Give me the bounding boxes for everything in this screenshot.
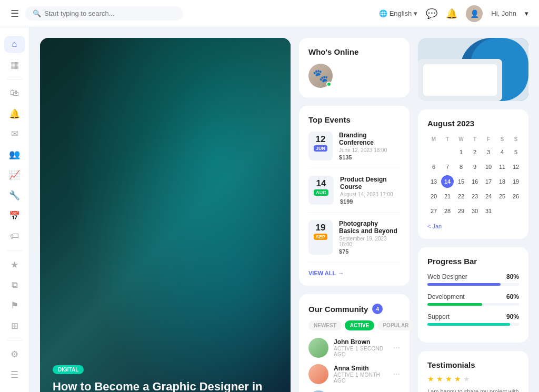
cal-day[interactable]: 4: [496, 146, 508, 158]
cal-day[interactable]: 6: [427, 160, 440, 173]
cal-day[interactable]: 18: [496, 175, 508, 188]
sidebar-item-grid[interactable]: ⊞: [4, 317, 25, 335]
cal-day[interactable]: 11: [496, 160, 508, 173]
more-options-icon[interactable]: ···: [393, 343, 400, 353]
cal-day[interactable]: 9: [468, 160, 481, 173]
cal-day[interactable]: 31: [482, 205, 495, 217]
progress-label: Web Designer 80%: [427, 273, 519, 280]
progress-bar-bg: [427, 323, 519, 326]
progress-bar-bg: [427, 283, 519, 286]
cal-day[interactable]: 28: [441, 205, 454, 217]
tab-active[interactable]: ACTIVE: [345, 320, 375, 330]
event-date-box: 19 SEP: [308, 220, 333, 255]
tab-popular[interactable]: POPULAR: [377, 320, 414, 330]
member-info: John Brown ACTIVE 1 SECOND AGO: [334, 338, 388, 357]
sidebar-item-layers[interactable]: ⧉: [4, 277, 25, 294]
cal-day-empty: [441, 146, 454, 158]
event-name: Photography Basics and Beyond: [339, 220, 400, 235]
notification-icon[interactable]: 🔔: [446, 8, 457, 19]
online-avatars: 🐾: [308, 64, 400, 88]
cal-day[interactable]: 17: [482, 175, 495, 188]
sidebar-item-star[interactable]: ★: [4, 256, 25, 274]
sidebar-item-users[interactable]: 👥: [4, 146, 25, 163]
sidebar-item-dashboard[interactable]: ▦: [4, 56, 25, 74]
main-content: DIGITAL How to Become a Graphic Designer…: [29, 27, 539, 392]
cal-day[interactable]: 2: [468, 146, 481, 158]
event-price: $199: [340, 198, 400, 205]
community-title: Our Community: [308, 305, 368, 314]
sidebar-item-home[interactable]: ⌂: [4, 36, 25, 53]
cal-day[interactable]: 1: [455, 146, 467, 158]
star-1: ★: [427, 375, 434, 383]
chat-icon[interactable]: 💬: [426, 8, 437, 19]
cal-day-today[interactable]: 14: [441, 175, 454, 188]
hero-tag: DIGITAL: [53, 365, 84, 374]
progress-bar-fill: [427, 323, 510, 326]
event-date-box: 14 AUG: [308, 176, 334, 205]
more-options-icon[interactable]: ···: [393, 369, 400, 379]
event-info: Branding Conference June 12, 2023 18:00 …: [339, 132, 400, 160]
hamburger-icon[interactable]: ☰: [11, 8, 19, 19]
sidebar-item-shop[interactable]: 🛍: [4, 85, 25, 102]
cal-day[interactable]: 5: [510, 146, 522, 158]
cal-dow-su: S: [510, 134, 522, 144]
cal-day[interactable]: 19: [510, 175, 522, 188]
calendar-nav-prev[interactable]: < Jan: [427, 223, 519, 229]
sidebar-item-calendar[interactable]: 📅: [4, 207, 25, 225]
cal-day[interactable]: 8: [455, 160, 467, 173]
sidebar-item-settings[interactable]: ⚙: [4, 346, 25, 363]
calendar-header-image: [418, 38, 528, 101]
cal-day[interactable]: 22: [455, 190, 467, 203]
sidebar-item-list[interactable]: ☰: [4, 366, 25, 384]
event-time: June 12, 2023 18:00: [339, 147, 400, 153]
sidebar-item-tags[interactable]: 🏷: [4, 228, 25, 245]
online-indicator: [326, 82, 332, 87]
whos-online-title: Who's Online: [308, 47, 400, 56]
sidebar-item-mail[interactable]: ✉: [4, 125, 25, 143]
calendar-grid: M T W T F S S 1 2 3 4 5 6: [427, 134, 519, 218]
tab-newest[interactable]: NEWEST: [308, 320, 342, 330]
sidebar-divider: [7, 79, 23, 79]
search-input[interactable]: [44, 9, 176, 17]
cal-day[interactable]: 16: [468, 175, 481, 188]
user-greeting[interactable]: Hi, John: [491, 9, 516, 17]
testimonials-title: Testimonials: [427, 360, 519, 369]
cal-day[interactable]: 27: [427, 205, 440, 217]
sidebar-item-notifications[interactable]: 🔔: [4, 105, 25, 123]
progress-panel: Progress Bar Web Designer 80% Developmen…: [418, 247, 528, 343]
cal-day[interactable]: 20: [427, 190, 440, 203]
cal-day[interactable]: 15: [455, 175, 467, 188]
event-day: 12: [314, 135, 327, 144]
cal-day[interactable]: 30: [468, 205, 481, 217]
cal-day[interactable]: 13: [427, 175, 440, 188]
member-status: ACTIVE 1 SECOND AGO: [334, 346, 388, 357]
list-item: John Brown ACTIVE 1 SECOND AGO ···: [308, 338, 400, 358]
sidebar-item-tools[interactable]: 🔧: [4, 187, 25, 204]
sidebar-item-flag[interactable]: ⚑: [4, 297, 25, 315]
calendar-header: August 2023: [427, 119, 519, 128]
cal-day[interactable]: 7: [441, 160, 454, 173]
cal-day[interactable]: 10: [482, 160, 495, 173]
cal-day[interactable]: 25: [496, 190, 508, 203]
language-selector[interactable]: 🌐 English ▾: [379, 9, 418, 17]
member-name: Anna Smith: [334, 365, 388, 372]
cal-day[interactable]: 3: [482, 146, 495, 158]
cal-day[interactable]: 12: [510, 160, 522, 173]
cal-day[interactable]: 21: [441, 190, 454, 203]
cal-day[interactable]: 26: [510, 190, 522, 203]
sidebar-item-analytics[interactable]: 📈: [4, 166, 25, 184]
flag-icon: 🌐: [379, 9, 387, 17]
event-name: Product Design Course: [340, 176, 400, 190]
event-price: $75: [339, 248, 400, 255]
sidebar-divider-2: [7, 250, 23, 251]
cal-day-empty: [510, 205, 522, 217]
testimonial-text: I am happy to share my project with you.…: [427, 387, 519, 392]
view-all-button[interactable]: VIEW ALL →: [308, 270, 400, 276]
cal-day[interactable]: 23: [468, 190, 481, 203]
cal-day[interactable]: 29: [455, 205, 467, 217]
progress-item-support: Support 90%: [427, 313, 519, 326]
cal-day[interactable]: 24: [482, 190, 495, 203]
search-bar[interactable]: 🔍: [25, 6, 183, 21]
topnav-right: 🌐 English ▾ 💬 🔔 👤 Hi, John ▾: [379, 5, 528, 22]
star-4: ★: [454, 375, 461, 383]
